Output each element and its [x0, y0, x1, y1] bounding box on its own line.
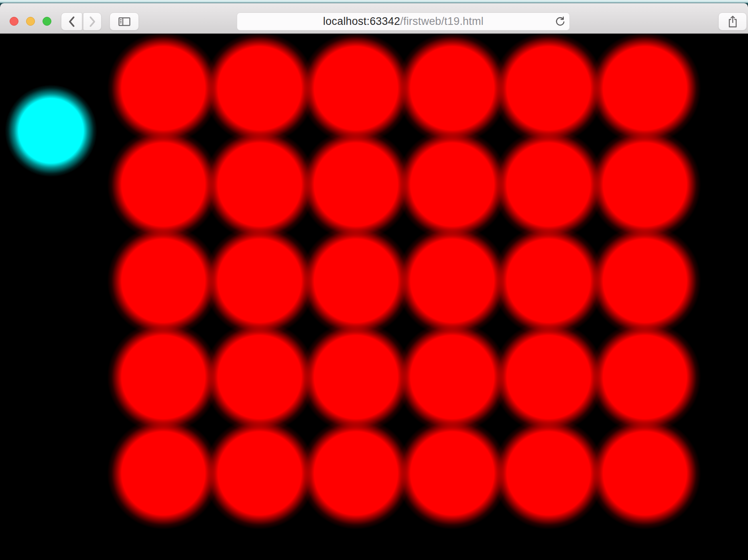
close-button[interactable] — [10, 17, 18, 26]
red-dot[interactable] — [203, 34, 316, 144]
browser-toolbar: localhost:63342/firstweb/t19.html — [0, 3, 748, 34]
chevron-right-icon — [89, 16, 96, 27]
share-icon — [728, 15, 738, 28]
red-dot[interactable] — [492, 128, 605, 241]
red-dot[interactable] — [300, 225, 412, 337]
red-dot[interactable] — [300, 34, 412, 144]
red-dot[interactable] — [396, 321, 508, 433]
minimize-button[interactable] — [26, 17, 35, 26]
red-dot[interactable] — [203, 321, 316, 433]
red-dot[interactable] — [107, 128, 220, 241]
chevron-left-icon — [68, 16, 75, 27]
red-dot[interactable] — [203, 225, 316, 337]
red-dot[interactable] — [492, 34, 605, 144]
red-dot[interactable] — [589, 128, 701, 241]
red-dot[interactable] — [396, 34, 508, 144]
reload-icon[interactable] — [555, 16, 565, 27]
forward-button[interactable] — [83, 12, 102, 30]
red-dot[interactable] — [396, 128, 508, 241]
red-dot[interactable] — [589, 34, 701, 144]
red-dot[interactable] — [107, 321, 220, 433]
cyan-dot[interactable] — [5, 85, 97, 177]
red-dot[interactable] — [396, 417, 508, 530]
red-dot[interactable] — [589, 225, 701, 337]
red-dot[interactable] — [107, 34, 220, 144]
red-dot[interactable] — [492, 321, 605, 433]
red-dot[interactable] — [203, 128, 316, 241]
url-host: localhost:63342 — [323, 15, 400, 28]
red-dot[interactable] — [203, 417, 316, 530]
red-dot[interactable] — [300, 321, 412, 433]
red-dot[interactable] — [492, 417, 605, 530]
share-button[interactable] — [718, 12, 747, 30]
red-dot[interactable] — [492, 225, 605, 337]
red-dot[interactable] — [589, 417, 701, 530]
red-dot[interactable] — [107, 225, 220, 337]
red-dot[interactable] — [300, 417, 412, 530]
address-bar[interactable]: localhost:63342/firstweb/t19.html — [237, 12, 570, 30]
back-button[interactable] — [61, 12, 82, 30]
red-dot[interactable] — [300, 128, 412, 241]
page-content — [0, 34, 748, 560]
zoom-button[interactable] — [43, 17, 51, 26]
url-path: /firstweb/t19.html — [400, 15, 484, 28]
sidebar-panel-icon — [118, 17, 130, 26]
sidebar-toggle-button[interactable] — [110, 12, 139, 30]
red-dot[interactable] — [589, 321, 701, 433]
red-dot[interactable] — [396, 225, 508, 337]
red-dot[interactable] — [107, 417, 220, 530]
